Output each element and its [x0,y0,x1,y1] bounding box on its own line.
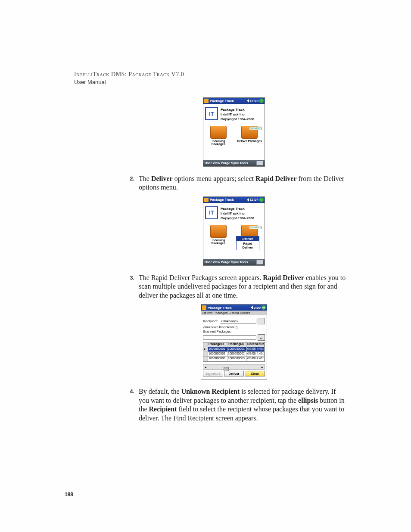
manual-page: IntelliTrack DMS: Package Track V7.0 Use… [0,0,411,532]
clock-text: 12:04 [250,198,258,202]
scroll-right-icon[interactable]: ► [260,366,265,369]
recipient-display: <Unknown Recipient> () [203,325,265,329]
ok-badge[interactable]: ok [262,305,266,310]
incoming-packages-icon[interactable] [210,126,227,139]
copyright-text: Package Track IntelliTrack Inc. Copyrigh… [221,107,254,121]
header-title: IntelliTrack DMS: Package Track V7.0 [74,71,346,78]
step-text: By default, the Unknown Recipient is sel… [139,387,346,423]
scroll-thumb[interactable] [224,367,229,371]
rapid-deliver-menu-item[interactable]: Rapid Deliver [237,241,259,250]
phone-titlebar: Package Track 2:09 ok [201,305,267,311]
col-packageid[interactable]: PackageID [208,342,227,347]
deliver-button[interactable]: Deliver [224,371,244,376]
recipient-field[interactable]: <Unknown> [220,319,256,324]
ok-icon [259,198,264,202]
table-row[interactable]: 1000000002 1000000002 6/3/08 4:46:16 P [203,352,265,357]
step-text: The Deliver options menu appears; select… [139,174,346,192]
clock-text: 2:09 [254,306,261,310]
table-row[interactable]: 1000000001 1000000001 6/3/08 4:46:15 P [203,347,265,352]
step-text: The Rapid Deliver Packages screen appear… [139,274,346,300]
incoming-packages-label: Incoming Packages [206,239,231,245]
deliver-packages-icon[interactable] [241,126,258,139]
keyboard-icon[interactable] [256,161,263,165]
phone-titlebar: Package Track 12:04 [203,197,265,203]
incoming-packages-icon[interactable] [210,225,227,238]
app-icon [202,305,206,310]
clear-button[interactable]: Clear [245,371,265,376]
app-title: Package Track [208,306,246,310]
deliver-packages-label: Deliver Packages [237,140,262,143]
step-number: 4. [121,387,139,423]
step-4: 4. By default, the Unknown Recipient is … [121,387,346,423]
status-icons: 12:04 [243,198,264,202]
scan-input[interactable] [203,335,256,340]
it-logo: IT [205,206,218,219]
step-number: 2. [121,174,139,192]
incoming-packages-label: Incoming Packages [206,140,231,146]
screen-subtitle: Deliver Packages - Rapid Deliver [201,311,267,315]
scan-ellipsis-button[interactable]: ... [258,334,265,341]
signature-button[interactable]: Signature [203,371,223,376]
step-number: 3. [121,274,139,300]
app-title: Package Track [210,99,243,103]
scanned-packages-label: Scanned Packages: [203,330,265,333]
signal-icon [246,306,250,309]
scroll-left-icon[interactable]: ◄ [203,366,208,369]
step-3: 3. The Rapid Deliver Packages screen app… [121,274,346,300]
app-title: Package Track [210,198,243,202]
keyboard-icon[interactable] [256,260,263,264]
packages-grid[interactable]: PackageID TrackingNu ReceivedDate 100000… [203,342,265,362]
table-row[interactable]: 1000000003 1000000003 6/3/08 4:46:16 P [203,357,265,361]
ok-icon [259,99,264,103]
header-subtitle: User Manual [74,79,346,85]
speaker-icon [247,99,249,103]
figure-main-menu: Package Track 10:28 IT Package Track Int… [121,97,346,167]
status-icons: 2:09 ok [246,305,266,310]
step-2: 2. The Deliver options menu appears; sel… [121,174,346,192]
signal-icon [243,198,246,202]
copyright-text: Package Track IntelliTrack Inc. Copyrigh… [221,206,254,221]
app-icon [204,99,209,103]
deliver-dropdown: Deliver Rapid Deliver [236,236,259,250]
app-icon [204,198,209,202]
phone-footer-menu[interactable]: User View Purge Sync Tools [203,160,265,166]
col-trackingno[interactable]: TrackingNu [227,342,247,347]
speaker-icon [251,306,253,309]
horizontal-scrollbar[interactable]: ◄ ► [203,364,265,370]
col-receiveddate[interactable]: ReceivedDate [247,342,265,347]
it-logo: IT [205,107,218,120]
signal-icon [243,99,246,103]
deliver-menu-item[interactable]: Deliver [237,236,259,241]
figure-deliver-menu: Package Track 12:04 IT Package Track Int… [121,196,346,266]
page-number: 188 [65,492,73,498]
clock-text: 10:28 [250,99,258,103]
phone-titlebar: Package Track 10:28 [203,98,265,104]
speaker-icon [247,198,249,202]
phone-footer-menu[interactable]: User View Purge Sync Tools [203,259,265,265]
figure-rapid-deliver: Package Track 2:09 ok Deliver Packages -… [121,304,346,380]
status-icons: 10:28 [243,99,264,103]
recipient-label: Recipient: [203,319,218,323]
recipient-ellipsis-button[interactable]: ... [258,318,265,324]
